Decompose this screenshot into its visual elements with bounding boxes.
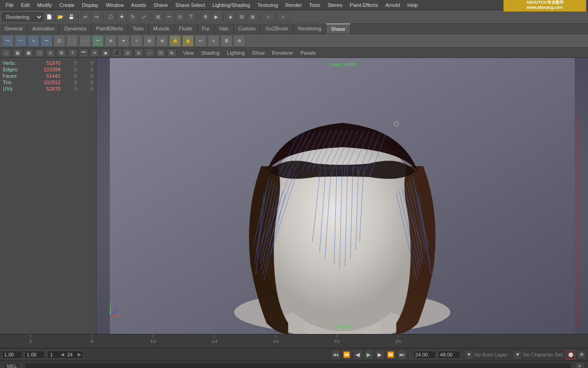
shelf-icon-14[interactable]: 🔒: [169, 35, 181, 47]
auto-key-btn[interactable]: ⬤: [566, 350, 575, 359]
view-solid-btn[interactable]: ▣: [24, 49, 33, 57]
shelf-icon-11[interactable]: ✧: [130, 35, 142, 47]
tab-hair[interactable]: Hair: [215, 23, 233, 34]
jump-end-btn[interactable]: ⏭: [397, 350, 407, 360]
undo-btn[interactable]: ↩: [80, 12, 90, 22]
view-wire-btn[interactable]: ▦: [13, 49, 22, 57]
shelf-icon-17[interactable]: ≡: [208, 35, 220, 47]
view-smooth-btn[interactable]: ▢: [35, 49, 44, 57]
key-options-btn[interactable]: ⚙: [577, 350, 586, 359]
scale-btn[interactable]: ⤢: [139, 12, 149, 22]
shelf-icon-12[interactable]: ⊕: [143, 35, 155, 47]
shelf-icon-2[interactable]: 〰: [15, 35, 27, 47]
prev-frame-btn[interactable]: ⏪: [342, 350, 352, 360]
mel-mode-indicator[interactable]: MEL: [4, 362, 21, 368]
shelf-icon-16[interactable]: ↩: [195, 35, 207, 47]
snap-curve-btn[interactable]: 〜: [164, 12, 174, 22]
menu-modify[interactable]: Modify: [34, 1, 56, 9]
shelf-icon-3[interactable]: ∿: [28, 35, 40, 47]
shelf-icon-19[interactable]: ⊛: [233, 35, 245, 47]
step-fwd-btn[interactable]: ▶: [375, 350, 385, 360]
menu-display[interactable]: Display: [78, 1, 102, 9]
menu-help[interactable]: Help: [404, 1, 422, 9]
view-menu-show[interactable]: Show: [249, 50, 268, 56]
view-menu-shading[interactable]: Shading: [198, 50, 222, 56]
viewport[interactable]: Camera480 camera1 X Y Z: [96, 58, 588, 334]
play-btn[interactable]: ▶: [364, 350, 374, 360]
open-file-btn[interactable]: 📂: [55, 12, 65, 22]
menu-toon[interactable]: Toon: [305, 1, 324, 9]
timeline-area[interactable]: 2 6 10 14 18 22 26: [0, 334, 588, 348]
view-cam-btn[interactable]: 📷: [79, 49, 88, 57]
menu-texturing[interactable]: Texturing: [254, 1, 282, 9]
view-color-btn[interactable]: ◉: [101, 49, 110, 57]
anim-layer-arrow[interactable]: ▼: [464, 350, 474, 359]
view-menu-renderer[interactable]: Renderer: [269, 50, 296, 56]
redo-btn[interactable]: ↪: [91, 12, 102, 22]
tab-fur[interactable]: Fur: [198, 23, 215, 34]
shelf-icon-13[interactable]: ⊗: [156, 35, 168, 47]
selection-mask-btn[interactable]: ◈: [226, 12, 236, 22]
shelf-icon-8[interactable]: 〜: [92, 35, 104, 47]
menu-stereo[interactable]: Stereo: [324, 1, 346, 9]
shelf-icon-15[interactable]: 🔓: [182, 35, 194, 47]
view-xray-btn[interactable]: ⊙: [46, 49, 55, 57]
tab-custom[interactable]: Custom: [234, 23, 261, 34]
tab-painteffects[interactable]: PaintEffects: [91, 23, 128, 34]
command-line-input[interactable]: [24, 362, 571, 368]
tab-dynamics[interactable]: Dynamics: [60, 23, 91, 34]
tab-shave[interactable]: Shave: [326, 23, 350, 34]
script-editor-btn[interactable]: ≡: [575, 362, 584, 368]
tab-gozbrush[interactable]: GoZBrush: [260, 23, 293, 34]
tab-animation[interactable]: Animation: [28, 23, 60, 34]
layout-btn[interactable]: ⊠: [248, 12, 258, 22]
shelf-icon-5[interactable]: ⊡: [53, 35, 65, 47]
snap-grid-btn[interactable]: ⊞: [153, 12, 163, 22]
save-file-btn[interactable]: 💾: [66, 12, 76, 22]
shelf-icon-18[interactable]: ≣: [220, 35, 232, 47]
menu-paint-effects[interactable]: Paint Effects: [346, 1, 382, 9]
shelf-icon-10[interactable]: ✦: [118, 35, 130, 47]
step-back-btn[interactable]: ◀: [353, 350, 363, 360]
shelf-icon-4[interactable]: 〜: [40, 35, 52, 47]
menu-shave[interactable]: Shave: [150, 1, 171, 9]
view-tex-btn[interactable]: ⊞: [57, 49, 66, 57]
menu-render[interactable]: Render: [282, 1, 305, 9]
menu-edit[interactable]: Edit: [17, 1, 34, 9]
snap-point-btn[interactable]: ⊙: [175, 12, 185, 22]
view-menu-lighting[interactable]: Lighting: [224, 50, 248, 56]
end-time-input[interactable]: [413, 351, 436, 359]
help-btn[interactable]: ?: [186, 12, 196, 22]
move-btn[interactable]: ✚: [117, 12, 127, 22]
frame-step-input[interactable]: [48, 351, 60, 359]
shelf-icon-7[interactable]: ⋯: [79, 35, 91, 47]
menu-arnold[interactable]: Arnold: [382, 1, 404, 9]
view-settings-btn[interactable]: T: [68, 49, 77, 57]
tab-muscle[interactable]: Muscle: [149, 23, 175, 34]
fps-input[interactable]: [438, 351, 461, 359]
view-checkerboard-btn[interactable]: ⬛: [112, 49, 121, 57]
tab-toon[interactable]: Toon: [128, 23, 149, 34]
shelf-icon-6[interactable]: ⋮⋮: [66, 35, 78, 47]
menu-lighting-shading[interactable]: Lighting/Shading: [209, 1, 254, 9]
view-menu-view[interactable]: View: [180, 50, 197, 56]
mode-dropdown[interactable]: Rendering: [2, 12, 43, 22]
current-frame-input[interactable]: [2, 351, 23, 359]
next-frame-btn[interactable]: ⏩: [386, 350, 396, 360]
start-frame-input[interactable]: [24, 351, 45, 359]
render-btn[interactable]: ▶: [211, 12, 221, 22]
select-btn[interactable]: ⬡: [106, 12, 116, 22]
shelf-icon-9[interactable]: ≋: [105, 35, 117, 47]
view-light-btn[interactable]: ☀: [90, 49, 99, 57]
view-home-btn[interactable]: ⌂: [2, 49, 11, 57]
tab-fluids[interactable]: Fluids: [175, 23, 198, 34]
menu-file[interactable]: File: [2, 1, 17, 9]
menu-window[interactable]: Window: [102, 1, 127, 9]
char-set-arrow[interactable]: ▼: [513, 350, 522, 359]
tab-general[interactable]: General: [0, 23, 28, 34]
end-frame-input[interactable]: [65, 351, 77, 359]
view-hud-btn[interactable]: ⊟: [134, 49, 143, 57]
tab-rendering[interactable]: Rendering: [294, 23, 327, 34]
jump-start-btn[interactable]: ⏮: [331, 350, 341, 360]
new-file-btn[interactable]: 📄: [44, 12, 54, 22]
